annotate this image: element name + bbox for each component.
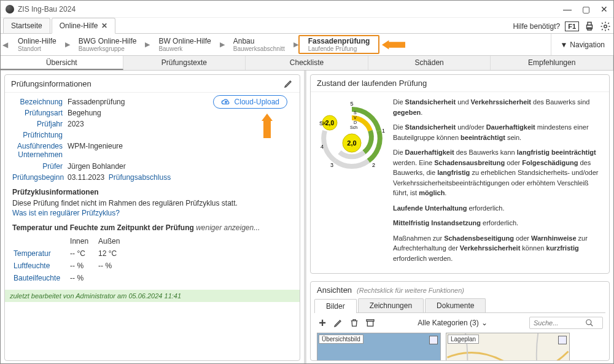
breadcrumb: ◀ Online-HilfeStandort ▶ BWG Online-Hilf…	[1, 34, 613, 56]
breadcrumb-item-0[interactable]: Online-HilfeStandort	[9, 34, 65, 55]
cycle-link[interactable]: Was ist ein regulärer Prüfzyklus?	[12, 209, 292, 217]
search-box[interactable]	[529, 317, 603, 329]
info-label: Prüfungsbeginn	[12, 173, 68, 182]
cell: -- %	[70, 260, 97, 271]
svg-rect-1	[588, 22, 591, 25]
left-panel-header: Prüfungsinformationen	[5, 75, 300, 93]
subtab-empfehlungen[interactable]: Empfehlungen	[491, 56, 613, 70]
navigation-dropdown[interactable]: ▼Navigation	[551, 34, 613, 55]
thumbnail[interactable]: Lageplan Lageplan	[446, 333, 570, 360]
trash-icon[interactable]	[349, 317, 360, 328]
breadcrumb-item-3[interactable]: AnbauBauwerksabschnitt	[225, 34, 293, 55]
cycle-heading: Prüfzyklusinformationen	[12, 188, 292, 196]
svg-marker-4	[382, 40, 405, 49]
thumb-checkbox[interactable]	[429, 336, 438, 344]
thumbnail[interactable]: Übersichtsbild DSC_7734	[317, 333, 441, 360]
help-label: Hilfe benötigt?	[513, 22, 560, 31]
info-label: Prüfrichtung	[12, 131, 68, 139]
print-icon[interactable]	[584, 21, 595, 32]
highlight-arrow-icon	[382, 40, 405, 50]
row-label: Luftfeuchte	[14, 260, 69, 271]
cloud-upload-icon	[221, 98, 231, 106]
cycle-text: Diese Prüfung findet nicht im Rahmen des…	[12, 199, 292, 207]
svg-text:2: 2	[372, 162, 375, 168]
cell: -- °C	[70, 248, 97, 259]
view-tab-bilder[interactable]: Bilder	[314, 299, 357, 313]
info-label: Ausführendes Unternehmen	[12, 142, 68, 160]
ansichten-panel: Ansichten (Rechtsklick für weitere Funkt…	[310, 281, 610, 361]
svg-text:Sch: Sch	[350, 125, 357, 130]
info-value: WPM-Ingenieure	[68, 142, 292, 160]
svg-point-3	[604, 25, 607, 28]
breadcrumb-item-2[interactable]: BW Online-HilfeBauwerk	[150, 34, 219, 55]
last-edited-banner: zuletzt bearbeitet von Administrator am …	[5, 290, 300, 302]
cell: -- %	[98, 260, 128, 271]
show-less-link[interactable]: weniger anzeigen...	[196, 223, 260, 232]
condition-gauge: 2,0 2,0 SK S V D Sch 5 1 2 3	[318, 97, 386, 177]
minimize-button[interactable]: —	[563, 5, 572, 14]
cloud-upload-button[interactable]: Cloud-Upload	[213, 95, 287, 109]
pencil-icon[interactable]	[333, 317, 344, 328]
category-dropdown[interactable]: Alle Kategorien (3) ⌄	[418, 319, 487, 327]
search-input[interactable]	[534, 319, 583, 327]
thumb-category: Übersichtsbild	[319, 335, 363, 344]
cell: -- %	[70, 273, 97, 284]
pruefungsabschluss-link[interactable]: Prüfungsabschluss	[109, 173, 171, 182]
info-value: 2023	[68, 120, 292, 128]
row-label: Temperatur	[14, 248, 69, 259]
panel-title: Ansichten	[317, 285, 352, 295]
info-label: Bezeichnung	[12, 98, 68, 106]
chevron-down-icon: ▼	[560, 41, 567, 49]
view-tab-zeichnungen[interactable]: Zeichnungen	[358, 298, 424, 312]
breadcrumb-item-current[interactable]: FassadenprüfungLaufende Prüfung	[298, 35, 380, 54]
app-icon	[6, 5, 14, 14]
chevron-right-icon: ▶	[220, 34, 225, 55]
gear-icon[interactable]	[600, 21, 611, 32]
tab-online-hilfe[interactable]: Online-Hilfe✕	[52, 18, 116, 34]
col-header: Außen	[98, 236, 128, 247]
svg-marker-5	[262, 114, 273, 138]
svg-text:5: 5	[350, 101, 353, 107]
status-panel: Zustand der laufenden Prüfung	[310, 74, 610, 274]
svg-point-21	[586, 320, 591, 325]
thumb-checkbox[interactable]	[558, 336, 567, 344]
svg-text:4: 4	[321, 144, 324, 150]
chevron-right-icon: ▶	[65, 34, 70, 55]
svg-text:SK: SK	[319, 120, 327, 126]
add-icon[interactable]: +	[317, 317, 328, 328]
svg-text:1: 1	[382, 128, 385, 134]
view-tab-dokumente[interactable]: Dokumente	[425, 298, 486, 312]
subtab-schaeden[interactable]: Schäden	[368, 56, 491, 70]
subtab-checkliste[interactable]: Checkliste	[246, 56, 368, 70]
search-icon[interactable]	[585, 319, 594, 327]
f1-badge[interactable]: F1	[565, 21, 579, 31]
subtabs: Übersicht Prüfungstexte Checkliste Schäd…	[1, 56, 613, 71]
info-value: 03.11.2023 Prüfungsabschluss	[68, 173, 292, 182]
gauge-inner-value: 2,0	[347, 139, 356, 147]
breadcrumb-back-icon[interactable]: ◀	[1, 34, 9, 55]
archive-icon[interactable]	[365, 317, 376, 328]
svg-text:D: D	[354, 120, 357, 125]
tab-startseite[interactable]: Startseite	[3, 18, 50, 33]
info-value: Begehung	[68, 109, 292, 117]
panel-title: Zustand der laufenden Prüfung	[317, 79, 427, 88]
svg-text:3: 3	[330, 162, 333, 168]
chevron-right-icon: ▶	[293, 34, 298, 55]
maximize-button[interactable]: ▢	[581, 5, 590, 14]
subtab-pruefungstexte[interactable]: Prüfungstexte	[123, 56, 246, 70]
svg-text:2,0: 2,0	[325, 120, 334, 126]
cell: 12 °C	[98, 248, 128, 259]
breadcrumb-item-1[interactable]: BWG Online-HilfeBauwerksgruppe	[70, 34, 146, 55]
tabstrip: Startseite Online-Hilfe✕ Hilfe benötigt?…	[1, 18, 613, 34]
thumb-category: Lageplan	[448, 335, 479, 344]
svg-text:V: V	[354, 115, 357, 120]
panel-title: Prüfungsinformationen	[11, 79, 91, 88]
subtab-uebersicht[interactable]: Übersicht	[1, 56, 123, 70]
pencil-icon[interactable]	[284, 79, 293, 88]
close-button[interactable]: ✕	[600, 5, 608, 14]
row-label: Bauteilfeuchte	[14, 273, 69, 284]
info-value: Jürgen Bohlander	[68, 162, 292, 171]
chevron-down-icon: ⌄	[481, 319, 488, 327]
close-icon[interactable]: ✕	[101, 21, 107, 30]
info-label: Prüfungsart	[12, 109, 68, 117]
